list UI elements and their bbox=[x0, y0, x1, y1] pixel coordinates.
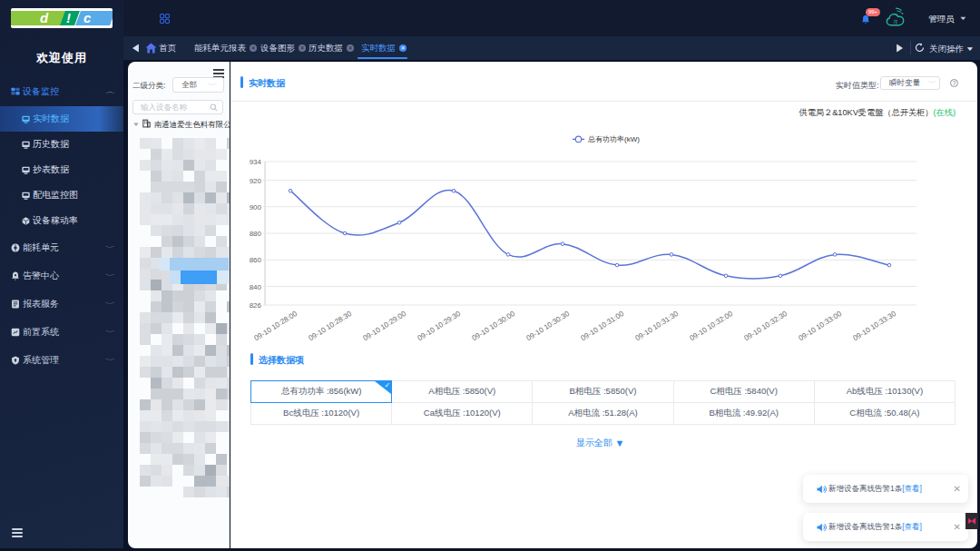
svg-text:09-10 10:29:00: 09-10 10:29:00 bbox=[362, 310, 408, 342]
svg-text:09-10 10:31:30: 09-10 10:31:30 bbox=[634, 310, 681, 342]
svg-text:920: 920 bbox=[250, 177, 262, 185]
svg-text:π: π bbox=[894, 16, 898, 25]
svg-text:09-10 10:30:30: 09-10 10:30:30 bbox=[525, 310, 572, 342]
svg-text:总有功功率(kW): 总有功功率(kW) bbox=[587, 135, 640, 143]
svg-text:09-10 10:32:00: 09-10 10:32:00 bbox=[689, 310, 735, 342]
svg-text:09-10 10:30:00: 09-10 10:30:00 bbox=[471, 310, 517, 342]
svg-text:860: 860 bbox=[250, 256, 262, 264]
svg-text:880: 880 bbox=[250, 230, 262, 238]
svg-text:826: 826 bbox=[250, 301, 262, 310]
svg-text:09-10 10:32:30: 09-10 10:32:30 bbox=[743, 310, 789, 342]
svg-text:09-10 10:33:30: 09-10 10:33:30 bbox=[852, 310, 898, 342]
svg-text:934: 934 bbox=[250, 158, 262, 166]
svg-text:900: 900 bbox=[250, 203, 262, 212]
svg-text:09-10 10:33:00: 09-10 10:33:00 bbox=[798, 310, 844, 342]
svg-text:09-10 10:31:00: 09-10 10:31:00 bbox=[580, 310, 626, 342]
svg-text:09-10 10:28:30: 09-10 10:28:30 bbox=[308, 310, 354, 342]
svg-text:09-10 10:29:30: 09-10 10:29:30 bbox=[416, 310, 463, 342]
svg-text:840: 840 bbox=[250, 283, 262, 291]
svg-text:09-10 10:28:00: 09-10 10:28:00 bbox=[253, 310, 299, 342]
